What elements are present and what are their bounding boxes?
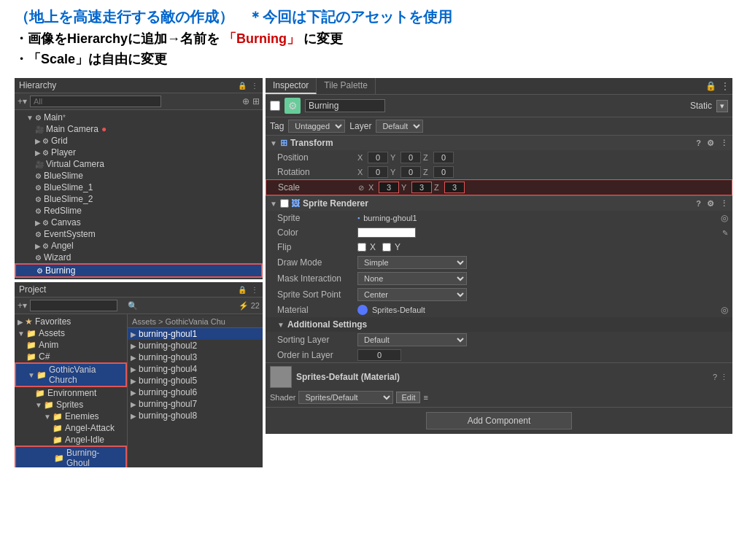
file-burning-ghoul6[interactable]: ▶ burning-ghoul6 [128,386,263,398]
transform-header[interactable]: ▼ ⊞ Transform ? ⚙ ⋮ [266,136,732,150]
proj-item-sprites[interactable]: ▼ 📁 Sprites [15,399,127,411]
proj-item-favorites[interactable]: ▶ ★ Favorites [15,316,127,327]
proj-item-csharp[interactable]: 📁 C# [15,351,127,362]
rotation-x-input[interactable] [368,166,388,178]
position-x-input[interactable] [368,152,388,163]
scale-y-input[interactable] [411,182,432,193]
color-pick-icon[interactable]: ✎ [722,229,728,237]
shader-select[interactable]: Sprites/Default [298,391,393,404]
sorting-layer-select[interactable]: Default [357,333,467,346]
proj-item-assets[interactable]: ▼ 📁 Assets [15,327,127,339]
hierarchy-add-icon[interactable]: +▾ [18,96,27,106]
transform-help-icon[interactable]: ? [696,139,701,148]
red-dot: ● [101,124,107,134]
angel-icon: ⚙ [42,242,49,250]
proj-item-anim[interactable]: 📁 Anim [15,339,127,351]
file-burning-ghoul4[interactable]: ▶ burning-ghoul4 [128,363,263,375]
proj-item-angel-idle[interactable]: 📁 Angel-Idle [15,434,127,446]
hierarchy-search-input[interactable] [30,96,161,107]
tree-item-blueslime2[interactable]: ⚙ BlueSlime_2 [15,193,263,205]
hierarchy-title-icons: 🔒 ⋮ [238,82,258,90]
proj-item-environment[interactable]: 📁 Environment [15,387,127,399]
shader-menu-icon[interactable]: ≡ [423,393,427,402]
tree-item-main[interactable]: ▼ ⚙ Main * [15,112,263,123]
hierarchy-icon1[interactable]: ⊕ [242,96,249,106]
sprite-renderer-header[interactable]: ▼ 🖼 Sprite Renderer ? ⚙ ⋮ [266,196,732,211]
tree-item-grid[interactable]: ▶ ⚙ Grid [15,135,263,147]
position-y-input[interactable] [400,152,421,163]
proj-item-angel-attack[interactable]: 📁 Angel-Attack [15,422,127,434]
mat-help-icon[interactable]: ? [713,373,717,382]
proj-item-burning-ghoul[interactable]: 📁 Burning-Ghoul [15,446,127,467]
shader-edit-button[interactable]: Edit [396,392,420,403]
static-dropdown-button[interactable]: ▾ [716,100,728,112]
tree-item-blueslime[interactable]: ⚙ BlueSlime [15,170,263,182]
draw-mode-select[interactable]: Simple [357,256,467,269]
layer-label: Layer [349,121,371,131]
flip-x-checkbox[interactable] [357,243,366,252]
project-add-icon[interactable]: +▾ [18,300,27,311]
object-name-input[interactable] [305,99,385,112]
sr-help-icon[interactable]: ? [696,199,701,209]
rotation-y-input[interactable] [400,166,421,178]
folder-cs-icon: 📁 [26,352,36,362]
tree-item-main-camera[interactable]: 🎥 Main Camera ● [15,123,263,135]
color-swatch[interactable] [357,228,416,238]
scale-x-input[interactable] [379,182,399,193]
tree-item-virtual-camera[interactable]: 🎥 Virtual Camera [15,158,263,170]
tree-item-player[interactable]: ▶ ⚙ Player [15,147,263,158]
lock-icon: 🔒 [705,81,716,91]
tree-item-eventsystem[interactable]: ⚙ EventSystem [15,228,263,240]
proj-item-gothicvania[interactable]: ▼ 📁 GothicVania Church [15,362,127,387]
tab-inspector[interactable]: Inspector [266,78,317,94]
scale-y-group: Y [401,182,432,193]
file-burning-ghoul7[interactable]: ▶ burning-ghoul7 [128,398,263,410]
rotation-z-input[interactable] [433,166,454,178]
tree-item-burning[interactable]: ⚙ Burning [15,263,263,278]
rotation-label: Rotation [277,167,357,177]
scale-z-input[interactable] [444,182,465,193]
mat-more-icon[interactable]: ⋮ [720,373,728,382]
hierarchy-icon2[interactable]: ⊞ [252,96,260,106]
order-in-layer-input[interactable] [357,349,401,361]
object-active-checkbox[interactable] [270,101,280,111]
material-shader-row: Shader Sprites/Default Edit ≡ [270,391,728,404]
tree-label: Angel [51,241,74,251]
add-component-button[interactable]: Add Component [426,412,572,429]
proj-item-enemies[interactable]: ▼ 📁 Enemies [15,411,127,422]
file-icon: ▶ [131,389,136,397]
file-burning-ghoul8[interactable]: ▶ burning-ghoul8 [128,410,263,421]
tree-item-angel[interactable]: ▶ ⚙ Angel [15,240,263,252]
tree-arrow: ▶ [35,219,41,227]
material-section: Sprites-Default (Material) ? ⋮ Shader Sp… [266,363,732,408]
object-icon: ⚙ [285,98,301,114]
mask-interaction-select[interactable]: None [357,272,467,285]
tab-tile-palette[interactable]: Tile Palette [317,78,376,94]
sr-settings-icon[interactable]: ⚙ [707,199,714,209]
tree-item-blueslime1[interactable]: ⚙ BlueSlime_1 [15,182,263,193]
project-search-input[interactable] [30,300,117,311]
transform-settings-icon[interactable]: ⚙ [707,139,714,148]
transform-more-icon[interactable]: ⋮ [720,139,728,148]
sprite-thumb-icon: ▪ [357,214,360,222]
tag-select[interactable]: Untagged [288,120,345,133]
layer-select[interactable]: Default [376,120,423,133]
tree-label: Canvas [51,217,81,228]
menu-icon: ⋮ [721,81,729,91]
project-breadcrumb: Assets > GothicVania Chu [128,316,263,328]
file-burning-ghoul5[interactable]: ▶ burning-ghoul5 [128,375,263,386]
tree-item-canvas[interactable]: ▶ ⚙ Canvas [15,217,263,228]
tree-item-wizard[interactable]: ⚙ Wizard [15,252,263,263]
position-z-input[interactable] [433,152,454,163]
sprite-target-icon[interactable]: ◎ [721,213,728,223]
file-burning-ghoul1[interactable]: ▶ burning-ghoul1 [128,328,263,340]
file-burning-ghoul3[interactable]: ▶ burning-ghoul3 [128,351,263,363]
additional-settings-header[interactable]: ▼ Additional Settings [266,317,732,332]
sr-active-checkbox[interactable] [280,199,289,208]
sprite-sort-point-select[interactable]: Center [357,288,467,301]
tree-item-redslime[interactable]: ⚙ RedSlime [15,205,263,217]
sr-more-icon[interactable]: ⋮ [720,199,728,209]
file-burning-ghoul2[interactable]: ▶ burning-ghoul2 [128,340,263,351]
material-target-icon[interactable]: ◎ [721,305,728,315]
flip-y-checkbox[interactable] [382,243,391,252]
